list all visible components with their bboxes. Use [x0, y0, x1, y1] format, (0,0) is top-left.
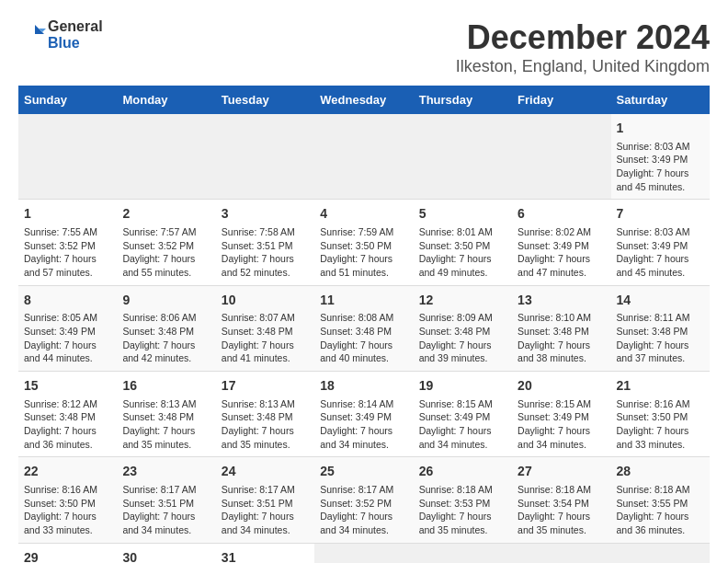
- day-number: 12: [419, 292, 506, 310]
- sunrise: Sunrise: 8:18 AM: [617, 484, 690, 495]
- day-number: 1: [617, 120, 704, 138]
- day-number: 22: [24, 463, 111, 481]
- daylight-minutes: and 57 minutes.: [24, 267, 93, 278]
- daylight: Daylight: 7 hours: [222, 339, 294, 350]
- daylight: Daylight: 7 hours: [222, 253, 294, 264]
- sunset: Sunset: 3:51 PM: [222, 240, 293, 251]
- calendar-cell: 26Sunrise: 8:18 AMSunset: 3:53 PMDayligh…: [414, 457, 512, 543]
- calendar-cell: 10Sunrise: 8:07 AMSunset: 3:48 PMDayligh…: [216, 285, 314, 371]
- sunrise: Sunrise: 8:03 AM: [617, 226, 690, 237]
- sunset: Sunset: 3:49 PM: [518, 411, 589, 422]
- day-number: 14: [617, 292, 704, 310]
- sunrise: Sunrise: 8:07 AM: [222, 312, 295, 323]
- daylight-minutes: and 35 minutes.: [518, 524, 586, 535]
- calendar-cell: 30Sunrise: 8:18 AMSunset: 3:56 PMDayligh…: [117, 543, 215, 563]
- day-number: 2: [122, 205, 210, 224]
- sunset: Sunset: 3:48 PM: [518, 326, 589, 337]
- calendar-cell: 24Sunrise: 8:17 AMSunset: 3:51 PMDayligh…: [216, 457, 314, 543]
- calendar-cell: 16Sunrise: 8:13 AMSunset: 3:48 PMDayligh…: [117, 372, 215, 457]
- calendar-week-3: 15Sunrise: 8:12 AMSunset: 3:48 PMDayligh…: [18, 372, 710, 457]
- daylight: Daylight: 7 hours: [617, 511, 689, 522]
- calendar-cell: 22Sunrise: 8:16 AMSunset: 3:50 PMDayligh…: [18, 457, 117, 543]
- day-number: 4: [320, 205, 407, 224]
- calendar-cell: 23Sunrise: 8:17 AMSunset: 3:51 PMDayligh…: [117, 457, 215, 543]
- day-number: 27: [518, 463, 605, 481]
- daylight: Daylight: 7 hours: [617, 339, 689, 350]
- sunset: Sunset: 3:50 PM: [419, 240, 491, 251]
- sunset: Sunset: 3:48 PM: [222, 326, 293, 337]
- sunrise: Sunrise: 7:55 AM: [24, 226, 97, 237]
- daylight: Daylight: 7 hours: [617, 425, 689, 436]
- title-section: December 2024 Ilkeston, England, United …: [456, 18, 710, 76]
- calendar-cell: 7Sunrise: 8:03 AMSunset: 3:49 PMDaylight…: [611, 200, 710, 285]
- calendar-cell: [314, 114, 413, 200]
- calendar-cell: 1Sunrise: 8:03 AMSunset: 3:49 PMDaylight…: [611, 114, 710, 200]
- sunrise: Sunrise: 8:17 AM: [122, 484, 196, 495]
- calendar-cell: 9Sunrise: 8:06 AMSunset: 3:48 PMDaylight…: [117, 285, 215, 371]
- page-title: December 2024: [456, 18, 710, 57]
- calendar-cell: [611, 543, 710, 563]
- sunset: Sunset: 3:48 PM: [617, 326, 688, 337]
- day-number: 9: [122, 292, 210, 310]
- sunrise: Sunrise: 8:13 AM: [222, 398, 295, 409]
- logo-text-line1: General: [48, 18, 103, 35]
- daylight-minutes: and 34 minutes.: [320, 439, 389, 450]
- daylight: Daylight: 7 hours: [419, 253, 492, 264]
- calendar-cell: 31Sunrise: 8:18 AMSunset: 3:57 PMDayligh…: [216, 543, 314, 563]
- daylight: Daylight: 7 hours: [24, 511, 97, 522]
- calendar-table: SundayMondayTuesdayWednesdayThursdayFrid…: [18, 86, 710, 563]
- day-number: 16: [122, 377, 210, 396]
- daylight-minutes: and 51 minutes.: [320, 267, 389, 278]
- sunrise: Sunrise: 8:02 AM: [518, 226, 591, 237]
- daylight-minutes: and 44 minutes.: [24, 352, 93, 363]
- daylight-minutes: and 35 minutes.: [122, 439, 191, 450]
- header-thursday: Thursday: [414, 86, 512, 114]
- calendar-cell: 19Sunrise: 8:15 AMSunset: 3:49 PMDayligh…: [414, 372, 512, 457]
- calendar-cell: 29Sunrise: 8:18 AMSunset: 3:55 PMDayligh…: [18, 543, 117, 563]
- sunset: Sunset: 3:49 PM: [518, 240, 589, 251]
- daylight: Daylight: 7 hours: [518, 253, 590, 264]
- sunrise: Sunrise: 8:10 AM: [518, 312, 591, 323]
- day-number: 30: [122, 549, 210, 563]
- sunset: Sunset: 3:55 PM: [617, 498, 688, 509]
- sunrise: Sunrise: 8:08 AM: [320, 312, 393, 323]
- calendar-cell: 2Sunrise: 7:57 AMSunset: 3:52 PMDaylight…: [117, 200, 215, 285]
- logo-text-line2: Blue: [48, 35, 103, 52]
- sunset: Sunset: 3:49 PM: [617, 154, 688, 165]
- day-number: 11: [320, 292, 407, 310]
- day-number: 26: [419, 463, 506, 481]
- sunset: Sunset: 3:52 PM: [320, 498, 392, 509]
- daylight: Daylight: 7 hours: [419, 511, 492, 522]
- sunrise: Sunrise: 7:59 AM: [320, 226, 393, 237]
- sunset: Sunset: 3:49 PM: [24, 326, 96, 337]
- sunrise: Sunrise: 8:05 AM: [24, 312, 97, 323]
- sunset: Sunset: 3:48 PM: [222, 411, 293, 422]
- calendar-cell: 8Sunrise: 8:05 AMSunset: 3:49 PMDaylight…: [18, 285, 117, 371]
- page-subtitle: Ilkeston, England, United Kingdom: [456, 57, 710, 76]
- sunrise: Sunrise: 8:11 AM: [617, 312, 690, 323]
- day-number: 28: [617, 463, 704, 481]
- logo: General Blue: [18, 18, 103, 51]
- daylight: Daylight: 7 hours: [24, 425, 97, 436]
- sunset: Sunset: 3:49 PM: [617, 240, 688, 251]
- daylight: Daylight: 7 hours: [122, 253, 195, 264]
- day-number: 19: [419, 377, 506, 396]
- daylight-minutes: and 33 minutes.: [24, 524, 93, 535]
- day-number: 1: [24, 205, 111, 224]
- sunrise: Sunrise: 8:18 AM: [419, 484, 493, 495]
- sunset: Sunset: 3:48 PM: [122, 326, 194, 337]
- daylight: Daylight: 7 hours: [518, 511, 590, 522]
- daylight: Daylight: 7 hours: [518, 339, 590, 350]
- daylight-minutes: and 49 minutes.: [419, 267, 488, 278]
- daylight: Daylight: 7 hours: [518, 425, 590, 436]
- header-sunday: Sunday: [18, 86, 117, 114]
- daylight-minutes: and 36 minutes.: [617, 524, 686, 535]
- day-number: 25: [320, 463, 407, 481]
- sunset: Sunset: 3:51 PM: [222, 498, 293, 509]
- header-wednesday: Wednesday: [314, 86, 413, 114]
- daylight-minutes: and 45 minutes.: [617, 267, 686, 278]
- day-number: 20: [518, 377, 605, 396]
- calendar-week-5: 29Sunrise: 8:18 AMSunset: 3:55 PMDayligh…: [18, 543, 710, 563]
- daylight-minutes: and 36 minutes.: [24, 439, 93, 450]
- sunset: Sunset: 3:50 PM: [24, 498, 96, 509]
